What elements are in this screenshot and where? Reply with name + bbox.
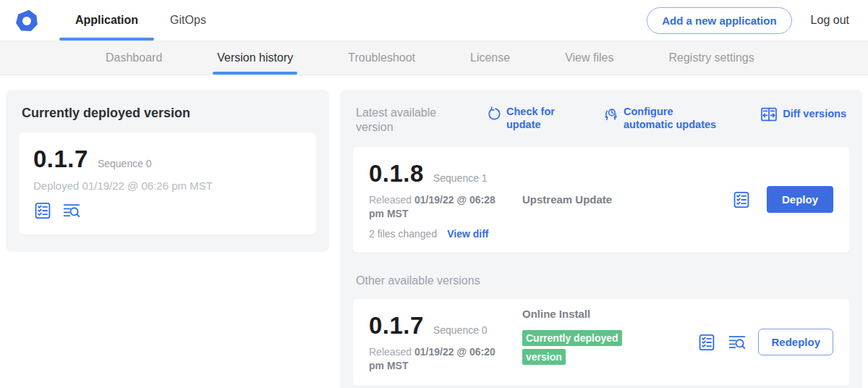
latest-source-label: Upstream Update — [522, 193, 612, 206]
schedule-refresh-icon — [603, 106, 618, 122]
other-sequence-label: Sequence 0 — [433, 324, 488, 336]
preflight-checklist-icon[interactable] — [33, 201, 52, 220]
logout-button[interactable]: Log out — [811, 14, 849, 27]
check-for-update-button[interactable]: Check for update — [486, 106, 556, 131]
available-versions-panel: Latest available version Check for updat… — [340, 90, 862, 388]
tab-troubleshoot[interactable]: Troubleshoot — [344, 41, 420, 75]
topnav-tab-gitops-label: GitOps — [170, 14, 206, 27]
diff-table-icon — [760, 106, 778, 123]
tab-troubleshoot-label: Troubleshoot — [348, 51, 415, 64]
other-source-label: Online Install — [522, 308, 590, 320]
tab-license-label: License — [470, 51, 510, 64]
currently-deployed-badge: Currently deployed version — [522, 330, 622, 365]
deployed-sequence-label: Sequence 0 — [98, 158, 152, 169]
other-version-number: 0.1.7 — [369, 312, 424, 340]
top-navbar: Application GitOps Add a new application… — [0, 0, 868, 41]
topnav-tab-application[interactable]: Application — [59, 0, 154, 41]
preflight-checklist-icon[interactable] — [697, 333, 716, 352]
deploy-button[interactable]: Deploy — [767, 186, 833, 213]
tab-view-files[interactable]: View files — [561, 41, 618, 75]
currently-deployed-panel: Currently deployed version 0.1.7 Sequenc… — [6, 90, 329, 252]
released-label: Released — [369, 346, 412, 358]
diff-versions-label: Diff versions — [783, 108, 846, 121]
add-new-application-button[interactable]: Add a new application — [647, 7, 791, 34]
deploy-logs-icon[interactable] — [62, 201, 81, 220]
topnav-tab-gitops[interactable]: GitOps — [154, 0, 222, 41]
latest-released-timestamp: Released 01/19/22 @ 06:28 pm MST — [369, 193, 510, 221]
refresh-icon — [486, 106, 501, 122]
view-diff-link[interactable]: View diff — [447, 228, 488, 240]
topnav-tab-application-label: Application — [75, 14, 138, 27]
deployed-version-number: 0.1.7 — [33, 146, 88, 173]
main-content: Currently deployed version 0.1.7 Sequenc… — [0, 75, 868, 388]
diff-versions-button[interactable]: Diff versions — [760, 106, 846, 123]
currently-deployed-card: 0.1.7 Sequence 0 Deployed 01/19/22 @ 06:… — [19, 132, 316, 235]
tab-license[interactable]: License — [466, 41, 514, 75]
configure-automatic-updates-label: Configure automatic updates — [624, 106, 725, 131]
other-available-versions-title: Other available versions — [356, 274, 846, 287]
preflight-checklist-icon[interactable] — [732, 190, 751, 209]
latest-available-title: Latest available version — [356, 106, 456, 135]
latest-version-card: 0.1.8 Sequence 1 Released 01/19/22 @ 06:… — [353, 147, 849, 253]
tab-dashboard[interactable]: Dashboard — [101, 41, 166, 75]
latest-sequence-label: Sequence 1 — [433, 172, 488, 184]
topnav-tabs: Application GitOps — [59, 0, 222, 41]
available-versions-header: Latest available version Check for updat… — [353, 104, 849, 135]
check-for-update-label: Check for update — [506, 106, 556, 131]
other-version-card: 0.1.7 Sequence 0 Released 01/19/22 @ 06:… — [353, 299, 849, 386]
app-logo-icon[interactable] — [14, 9, 39, 33]
tab-view-files-label: View files — [565, 51, 613, 64]
tab-dashboard-label: Dashboard — [106, 51, 162, 64]
redeploy-button[interactable]: Redeploy — [758, 329, 833, 355]
currently-deployed-title: Currently deployed version — [22, 106, 313, 121]
tab-version-history-label: Version history — [217, 51, 293, 64]
tab-registry-settings[interactable]: Registry settings — [664, 41, 758, 75]
released-label: Released — [369, 194, 412, 206]
app-sub-navbar: Dashboard Version history Troubleshoot L… — [0, 41, 868, 75]
other-released-timestamp: Released 01/19/22 @ 06:20 pm MST — [369, 345, 510, 373]
files-changed-label: 2 files changed — [369, 228, 437, 240]
latest-version-number: 0.1.8 — [369, 160, 424, 187]
configure-automatic-updates-button[interactable]: Configure automatic updates — [603, 106, 725, 131]
tab-version-history[interactable]: Version history — [213, 41, 297, 75]
tab-registry-settings-label: Registry settings — [668, 51, 754, 64]
topnav-right-group: Add a new application Log out — [647, 0, 868, 41]
deploy-logs-icon[interactable] — [728, 333, 746, 352]
deployed-timestamp: Deployed 01/19/22 @ 06:26 pm MST — [33, 180, 302, 192]
